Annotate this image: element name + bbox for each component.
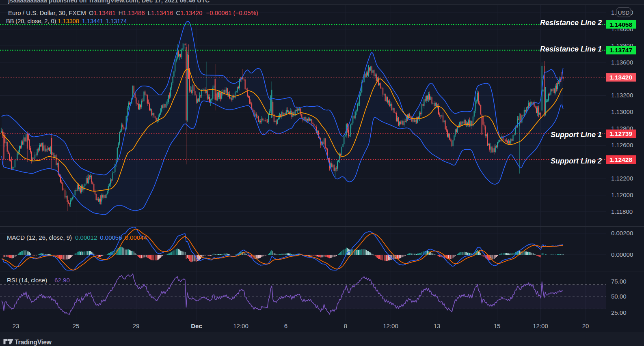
svg-text:1.13747: 1.13747	[609, 47, 632, 54]
svg-text:1.13600: 1.13600	[611, 59, 633, 66]
svg-text:13: 13	[434, 322, 441, 329]
svg-text:50.00: 50.00	[611, 293, 627, 300]
svg-text:0.00200: 0.00200	[611, 230, 633, 236]
svg-text:TradingView: TradingView	[15, 339, 52, 346]
svg-text:23: 23	[13, 322, 19, 329]
svg-text:15: 15	[494, 322, 501, 329]
svg-text:BB (20, close, 2, 0)1.133081.1: BB (20, close, 2, 0)1.133081.134411.1317…	[6, 18, 127, 24]
svg-text:1.13420: 1.13420	[609, 74, 632, 81]
svg-text:20: 20	[582, 322, 589, 329]
svg-text:12:00: 12:00	[383, 322, 398, 329]
svg-text:75.00: 75.00	[611, 278, 627, 285]
svg-text:RSI (14, close)62.90: RSI (14, close)62.90	[7, 277, 70, 284]
svg-text:1.11800: 1.11800	[611, 208, 633, 215]
svg-text:25.00: 25.00	[611, 309, 627, 316]
svg-text:Support Line 2: Support Line 2	[551, 157, 602, 165]
svg-text:0.00000: 0.00000	[611, 251, 633, 258]
svg-text:25: 25	[73, 322, 80, 329]
svg-text:1.14058: 1.14058	[609, 21, 632, 28]
svg-text:1.12428: 1.12428	[609, 156, 632, 163]
svg-text:12:00: 12:00	[233, 322, 249, 329]
svg-text:1.13000: 1.13000	[611, 108, 633, 115]
svg-text:1.13200: 1.13200	[611, 92, 633, 99]
svg-text:29: 29	[133, 322, 140, 329]
svg-text:6: 6	[284, 322, 287, 329]
svg-text:USD: USD	[618, 10, 630, 16]
svg-text:MACD (12, 26, close, 9)0.00012: MACD (12, 26, close, 9)0.000120.000560.0…	[7, 234, 147, 241]
svg-text:12:00: 12:00	[533, 322, 548, 329]
svg-text:1.12000: 1.12000	[611, 191, 633, 198]
svg-text:1.12600: 1.12600	[611, 142, 633, 148]
svg-text:Dec: Dec	[191, 322, 202, 329]
svg-text:Resistance Line 1: Resistance Line 1	[540, 45, 602, 53]
svg-text:Resistance Line 2: Resistance Line 2	[540, 19, 602, 27]
svg-text:1.12739: 1.12739	[609, 130, 632, 137]
svg-text:Support Line 1: Support Line 1	[551, 131, 602, 139]
svg-text:8: 8	[344, 322, 347, 329]
svg-text:Euro / U.S. Dollar, 30, FXCMO1: Euro / U.S. Dollar, 30, FXCMO1.13481H1.1…	[8, 9, 258, 16]
svg-text:1.12200: 1.12200	[611, 175, 633, 182]
svg-text:jsaaaaaaaaaa published on Trad: jsaaaaaaaaaa published on TradingView.co…	[8, 0, 210, 4]
